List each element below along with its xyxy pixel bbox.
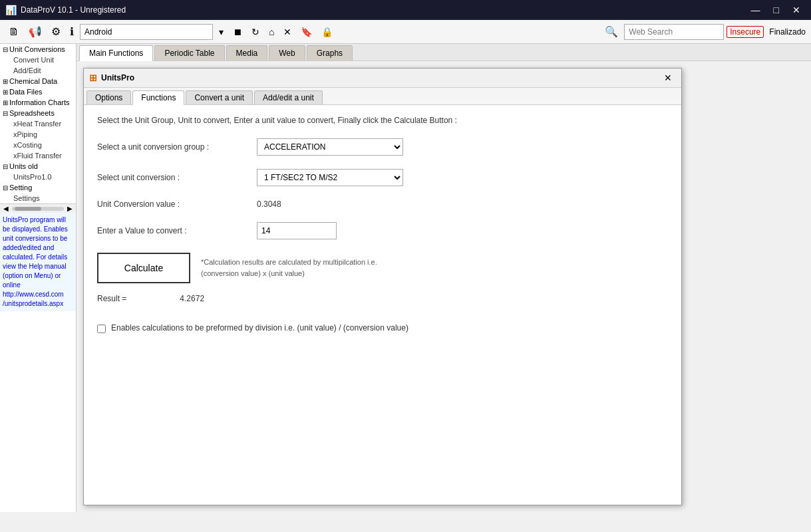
app-title: DataProV 10.1 - Unregistered (21, 5, 126, 15)
dropdown-arrow[interactable]: ▾ (216, 25, 227, 39)
sidebar-item-spreadsheets[interactable]: ⊟ Spreadsheets (0, 108, 76, 118)
sidebar-item-xheat[interactable]: xHeat Transfer (0, 118, 76, 129)
info-button[interactable]: ℹ (67, 23, 77, 40)
group-label: Select a unit conversion group : (97, 142, 257, 152)
tab-bar: Main Functions Periodic Table Media Web … (77, 44, 811, 61)
title-bar-left: 📊 DataProV 10.1 - Unregistered (5, 5, 126, 15)
tab-main-functions[interactable]: Main Functions (79, 45, 153, 61)
enter-value-control (257, 222, 668, 239)
title-bar: 📊 DataProV 10.1 - Unregistered — □ ✕ (0, 0, 811, 20)
dialog-tabs: Options Functions Convert a unit Add/edi… (84, 88, 681, 105)
conversion-control: 1 FT/SEC2 TO M/S2 1 M/S2 TO FT/SEC2 (257, 169, 668, 186)
dialog-body: Select the Unit Group, Unit to convert, … (84, 105, 681, 505)
nav-close-button[interactable]: ✕ (280, 25, 295, 39)
sidebar-label: Chemical Data (9, 77, 57, 85)
sidebar-item-unit-conversions[interactable]: ⊟ Unit Conversions (0, 44, 76, 55)
group-dropdown[interactable]: ACCELERATION LENGTH MASS TEMPERATURE VEL… (257, 138, 403, 156)
bookmark-button[interactable]: 🔖 (297, 25, 315, 39)
division-checkbox[interactable] (97, 325, 106, 333)
unit-conversion-value: 0.3048 (257, 200, 281, 209)
dialog-close-button[interactable]: ✕ (660, 71, 676, 84)
group-selector-row: Select a unit conversion group : ACCELER… (97, 138, 668, 156)
calc-note: *Calculation results are calculated by m… (201, 253, 401, 279)
calculate-section: Calculate *Calculation results are calcu… (97, 253, 668, 283)
maximize-button[interactable]: □ (768, 3, 784, 17)
content-area: ⊞ UnitsPro ✕ Options Functions Convert a… (77, 61, 811, 512)
calculate-button[interactable]: Calculate (97, 253, 190, 283)
sidebar-item-xcosting[interactable]: xCosting (0, 140, 76, 150)
dialog-tab-functions[interactable]: Functions (132, 90, 184, 105)
expand-icon-ic: ⊞ (3, 99, 8, 106)
sidebar-item-add-edit[interactable]: Add/Edit (0, 65, 76, 76)
home-button[interactable]: ⌂ (265, 25, 277, 39)
sidebar-item-setting[interactable]: ⊟ Setting (0, 182, 76, 193)
sidebar-item-xfluid[interactable]: xFluid Transfer (0, 150, 76, 161)
tab-media[interactable]: Media (226, 45, 268, 61)
finalizado-label: Finalizado (769, 27, 806, 37)
notify-button[interactable]: 📢 (25, 23, 45, 40)
address-input[interactable] (80, 24, 213, 40)
scroll-left-btn[interactable]: ◀ (1, 205, 11, 212)
search-area: 🔍 (601, 23, 724, 40)
sidebar-item-info-charts[interactable]: ⊞ Information Charts (0, 97, 76, 108)
dialog-tab-convert[interactable]: Convert a unit (186, 90, 253, 104)
unit-conversion-value-row: Unit Conversion value : 0.3048 (97, 200, 668, 209)
tab-periodic-table[interactable]: Periodic Table (154, 45, 224, 61)
close-window-button[interactable]: ✕ (787, 3, 806, 17)
conversion-dropdown[interactable]: 1 FT/SEC2 TO M/S2 1 M/S2 TO FT/SEC2 (257, 169, 403, 186)
expand-icon-chem: ⊞ (3, 78, 8, 85)
sidebar-item-units-old[interactable]: ⊟ Units old (0, 161, 76, 172)
division-checkbox-row: Enables calculations to be preformed by … (97, 323, 668, 333)
horizontal-scrollbar[interactable]: ◀ ▶ (0, 203, 76, 213)
enter-value-row: Enter a Value to convert : (97, 222, 668, 239)
expand-icon-df: ⊞ (3, 88, 8, 96)
expand-icon: ⊟ (3, 46, 8, 53)
scroll-track (12, 207, 64, 211)
main-content: Main Functions Periodic Table Media Web … (77, 44, 811, 512)
search-input[interactable] (624, 24, 724, 40)
result-label: Result = (97, 294, 126, 303)
conversion-selector-row: Select unit conversion : 1 FT/SEC2 TO M/… (97, 169, 668, 186)
toolbar: 🗎 📢 ⚙ ℹ ▾ ⏹ ↻ ⌂ ✕ 🔖 🔒 🔍 Insecure Finaliz… (0, 20, 811, 44)
sidebar-help-text: UnitsPro program will be displayed. Enab… (0, 213, 76, 311)
result-value: 4.2672 (180, 294, 204, 303)
app-icon: 📊 (5, 5, 17, 15)
dialog-tab-add-edit[interactable]: Add/edit a unit (254, 90, 323, 104)
expand-icon-set: ⊟ (3, 184, 8, 192)
enter-value-input[interactable] (257, 222, 337, 239)
sidebar: ⊟ Unit Conversions Convert Unit Add/Edit… (0, 44, 77, 512)
sidebar-item-unitspro[interactable]: UnitsPro1.0 (0, 172, 76, 182)
sidebar-label: Units old (9, 162, 38, 170)
sidebar-item-settings[interactable]: Settings (0, 193, 76, 203)
insecure-label: Insecure (727, 26, 764, 38)
scroll-thumb (15, 207, 41, 211)
lock-button[interactable]: 🔒 (318, 25, 336, 39)
stop-button[interactable]: ⏹ (230, 25, 245, 39)
settings-button[interactable]: ⚙ (48, 23, 64, 40)
expand-icon-uo: ⊟ (3, 163, 8, 170)
tab-graphs[interactable]: Graphs (307, 45, 353, 61)
sidebar-label: Spreadsheets (9, 109, 55, 117)
sidebar-label: Unit Conversions (9, 45, 65, 53)
search-icon[interactable]: 🔍 (601, 23, 621, 40)
dialog-title-text: UnitsPro (101, 73, 134, 82)
unit-conversion-label: Unit Conversion value : (97, 200, 257, 209)
reload-button[interactable]: ↻ (248, 25, 263, 39)
sidebar-item-xpiping[interactable]: xPiping (0, 129, 76, 140)
expand-icon-ss: ⊟ (3, 110, 8, 117)
sidebar-item-chemical-data[interactable]: ⊞ Chemical Data (0, 76, 76, 86)
minimize-button[interactable]: — (746, 3, 766, 17)
dialog-title-icon: ⊞ (89, 72, 97, 83)
sidebar-item-data-files[interactable]: ⊞ Data Files (0, 86, 76, 97)
tab-web[interactable]: Web (269, 45, 305, 61)
new-button[interactable]: 🗎 (5, 24, 23, 40)
sidebar-label: Setting (9, 184, 32, 192)
dialog-tab-options[interactable]: Options (86, 90, 131, 104)
sidebar-label: Data Files (9, 88, 43, 96)
enter-value-label: Enter a Value to convert : (97, 226, 257, 235)
sidebar-item-convert-unit[interactable]: Convert Unit (0, 55, 76, 65)
units-pro-dialog: ⊞ UnitsPro ✕ Options Functions Convert a… (83, 68, 682, 505)
group-control: ACCELERATION LENGTH MASS TEMPERATURE VEL… (257, 138, 668, 156)
result-row: Result = 4.2672 (97, 294, 668, 303)
scroll-right-btn[interactable]: ▶ (65, 205, 75, 212)
